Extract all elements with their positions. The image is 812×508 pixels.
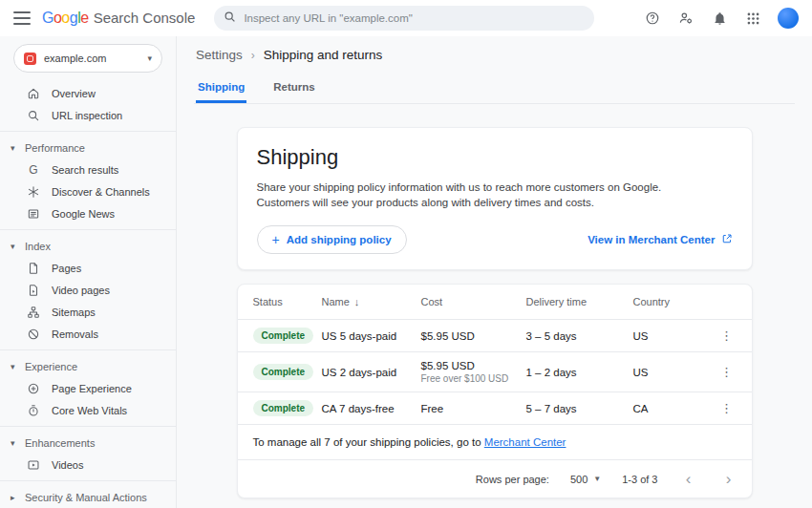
sort-descending-icon: ↓ [354,296,360,307]
sidebar-item-label: URL inspection [52,110,122,121]
policy-delivery-time: 1 – 2 days [526,367,633,378]
row-kebab-menu-icon[interactable]: ⋮ [717,401,737,415]
pagination-bar: Rows per page: 500 ▼ 1-3 of 3 ‹ › [238,459,752,497]
sidebar-section-enhancements[interactable]: ▾Enhancements [0,432,176,454]
row-kebab-menu-icon[interactable]: ⋮ [717,365,737,379]
sidebar-section-label: Experience [25,361,77,372]
status-badge: Complete [253,328,314,344]
plus-icon: + [272,233,280,246]
discover-icon [27,185,40,199]
home-icon [27,87,40,100]
sidebar-item-discover-channels[interactable]: Discover & Channels [0,180,176,202]
sidebar-item-video-pages[interactable]: Video pages [0,279,176,301]
sidebar-section-security-manual-actions[interactable]: ▸Security & Manual Actions [0,486,176,508]
apps-grid-icon[interactable] [744,10,761,27]
sidebar-section-performance[interactable]: ▾Performance [0,137,176,159]
menu-icon[interactable] [13,11,31,25]
table-row[interactable]: CompleteCA 7 days-freeFree5 – 7 daysCA⋮ [238,392,752,424]
policy-cost: $5.95 USD [421,330,526,342]
sidebar-divider [0,131,176,132]
sidebar-item-label: Page Experience [52,383,132,394]
breadcrumb: Settings › Shipping and returns [194,48,795,62]
search-icon [27,109,40,122]
shipping-policies-table-card: Status Name ↓ Cost Delivery time Country… [237,284,753,498]
sidebar-section-experience[interactable]: ▾Experience [0,355,176,377]
chevron-down-icon: ▾ [147,53,152,63]
property-favicon [24,53,36,65]
breadcrumb-current-page: Shipping and returns [264,48,383,62]
videos-icon [27,458,40,472]
url-inspect-searchbar[interactable] [214,6,594,31]
view-in-merchant-center-link[interactable]: View in Merchant Center [588,233,732,246]
table-body: CompleteUS 5 days-paid$5.95 USD3 – 5 day… [238,319,752,424]
breadcrumb-settings[interactable]: Settings [196,48,243,62]
sidebar-item-removals[interactable]: Removals [0,323,176,345]
add-shipping-policy-button[interactable]: + Add shipping policy [257,225,407,254]
rows-per-page-select[interactable]: 500 ▼ [570,474,601,485]
page-title: Shipping [257,145,733,170]
sidebar-divider [0,349,176,350]
next-page-icon[interactable]: › [719,471,738,487]
policy-name: US 5 days-paid [322,330,421,342]
status-badge: Complete [253,400,314,416]
sidebar-item-overview[interactable]: Overview [0,82,176,104]
removals-icon [27,328,40,341]
chevron-down-icon: ▾ [11,438,18,448]
sidebar-section-label: Enhancements [25,437,95,449]
status-badge: Complete [253,364,314,380]
sidebar-section-index[interactable]: ▾Index [0,235,176,257]
row-kebab-menu-icon[interactable]: ⋮ [717,328,737,343]
sidebar-item-label: Pages [52,263,81,274]
column-header-delivery-time[interactable]: Delivery time [526,296,633,307]
policy-delivery-time: 5 – 7 days [526,403,633,414]
account-avatar[interactable] [778,8,799,29]
merchant-center-link[interactable]: Merchant Center [484,436,566,448]
rows-per-page-label: Rows per page: [476,474,549,485]
page-experience-icon [27,382,40,395]
app-logo[interactable]: Google Search Console [42,10,195,27]
policy-delivery-time: 3 – 5 days [526,330,633,342]
sidebar-section-label: Index [25,241,51,252]
sidebar-item-google-news[interactable]: Google News [0,202,176,224]
tab-returns[interactable]: Returns [271,75,316,103]
sidebar-item-label: Google News [52,208,115,220]
sidebar-item-core-web-vitals[interactable]: Core Web Vitals [0,399,176,421]
sidebar-item-page-experience[interactable]: Page Experience [0,377,176,399]
tabbar: Shipping Returns [194,75,795,104]
sidebar-item-sitemaps[interactable]: Sitemaps [0,301,176,323]
search-input[interactable] [244,12,585,24]
main-content: Settings › Shipping and returns Shipping… [177,36,812,508]
pages-icon [27,262,40,275]
column-header-status[interactable]: Status [253,296,322,307]
column-header-country[interactable]: Country [633,296,717,307]
chevron-down-icon: ▾ [11,143,18,153]
notifications-bell-icon[interactable] [711,10,728,27]
chevron-right-icon: › [251,49,255,62]
column-header-cost[interactable]: Cost [421,296,526,307]
table-row[interactable]: CompleteUS 5 days-paid$5.95 USD3 – 5 day… [238,319,752,351]
sidebar-item-videos[interactable]: Videos [0,454,176,476]
tab-shipping[interactable]: Shipping [196,75,246,103]
news-icon [27,207,40,221]
sidebar-item-pages[interactable]: Pages [0,257,176,279]
previous-page-icon[interactable]: ‹ [679,471,698,487]
table-header-row: Status Name ↓ Cost Delivery time Country [238,285,752,319]
policy-country: CA [633,403,717,414]
cost-note: Free over $100 USD [421,373,526,384]
sidebar-divider [0,426,176,427]
external-link-icon [721,233,733,246]
google-g-icon: G [27,163,40,177]
core-web-vitals-icon [27,404,40,417]
help-icon[interactable] [644,10,661,27]
user-settings-icon[interactable] [677,10,694,27]
property-selector[interactable]: example.com ▾ [13,44,162,73]
sidebar-item-search-results[interactable]: GSearch results [0,159,176,180]
column-header-name[interactable]: Name ↓ [322,296,421,307]
chevron-down-icon: ▾ [11,362,18,371]
sidebar-item-url-inspection[interactable]: URL inspection [0,104,176,126]
table-row[interactable]: CompleteUS 2 days-paid$5.95 USDFree over… [238,351,752,392]
chevron-down-icon: ▼ [593,475,601,483]
policy-cost: Free [421,403,526,414]
sidebar-item-label: Search results [52,164,118,176]
video-pages-icon [27,284,40,297]
